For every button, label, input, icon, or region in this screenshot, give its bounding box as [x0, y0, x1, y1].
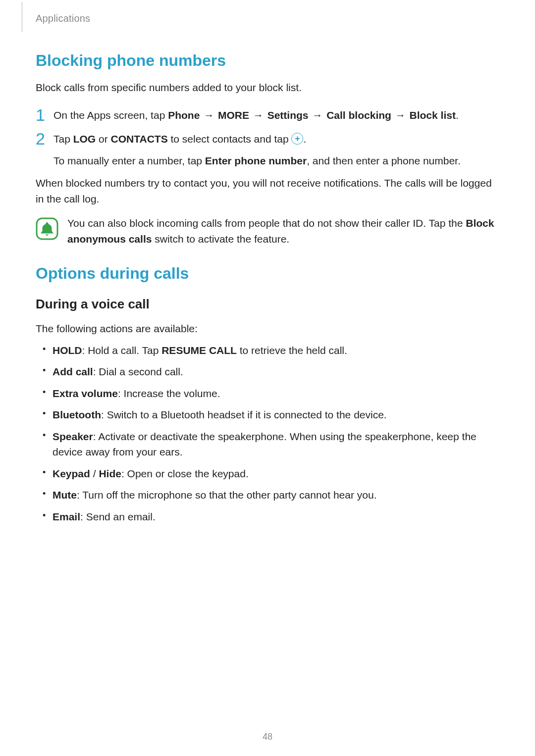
t: : Turn off the microphone so that the ot… [77, 489, 376, 501]
b: MORE [218, 109, 249, 121]
arrow-icon: → [200, 109, 218, 121]
b: HOLD [53, 345, 82, 356]
section-heading-options: Options during calls [36, 264, 499, 283]
breadcrumb: Applications [36, 12, 499, 24]
b: Keypad [53, 468, 90, 479]
step-2: 2 Tap LOG or CONTACTS to select contacts… [36, 131, 499, 148]
options-list: HOLD: Hold a call. Tap RESUME CALL to re… [36, 343, 499, 525]
step-2-text: Tap LOG or CONTACTS to select contacts a… [54, 131, 306, 147]
t: : Open or close the keypad. [121, 468, 249, 479]
list-item: Mute: Turn off the microphone so that th… [36, 487, 499, 503]
t: . [303, 133, 306, 145]
list-item: Email: Send an email. [36, 509, 499, 525]
list-item: Extra volume: Increase the volume. [36, 386, 499, 402]
t: : Send an email. [80, 511, 156, 522]
list-item: Keypad / Hide: Open or close the keypad. [36, 466, 499, 482]
b: Speaker [53, 431, 93, 442]
step-1-text: On the Apps screen, tap Phone → MORE → S… [54, 107, 459, 123]
list-item: HOLD: Hold a call. Tap RESUME CALL to re… [36, 343, 499, 358]
list-item: Speaker: Activate or deactivate the spea… [36, 429, 499, 460]
document-page: Applications Blocking phone numbers Bloc… [0, 0, 535, 524]
t: to select contacts and tap [168, 133, 292, 145]
section-heading-blocking: Blocking phone numbers [36, 51, 499, 70]
list-item: Bluetooth: Switch to a Bluetooth headset… [36, 407, 499, 423]
header-rule [22, 2, 22, 32]
b: Call blocking [326, 109, 391, 121]
t: : Hold a call. Tap [82, 345, 162, 356]
step-number-1: 1 [36, 106, 54, 123]
page-number: 48 [0, 732, 535, 742]
t: On the Apps screen, tap [54, 109, 168, 121]
t: : Switch to a Bluetooth headset if it is… [101, 409, 387, 420]
subhead-voice-call: During a voice call [36, 297, 499, 312]
b: Bluetooth [53, 409, 101, 420]
b: LOG [73, 133, 96, 145]
section1-after: When blocked numbers try to contact you,… [36, 175, 499, 206]
t: / [90, 468, 99, 479]
t: or [96, 133, 110, 145]
t: : Activate or deactivate the speakerphon… [53, 431, 477, 458]
section2-intro: The following actions are available: [36, 321, 499, 337]
plus-icon: + [291, 133, 303, 145]
b: Email [53, 511, 80, 522]
b: CONTACTS [111, 133, 168, 145]
t: To manually enter a number, tap [54, 155, 205, 166]
b: Block list [410, 109, 456, 121]
t: , and then enter a phone number. [307, 155, 461, 166]
t: Tap [54, 133, 73, 145]
info-note: You can also block incoming calls from p… [36, 215, 499, 247]
list-item: Add call: Dial a second call. [36, 364, 499, 380]
b: Enter phone number [205, 155, 307, 166]
b: Add call [53, 366, 93, 377]
arrow-icon: → [309, 109, 327, 121]
arrow-icon: → [391, 109, 410, 121]
b: Hide [99, 468, 121, 479]
t: You can also block incoming calls from p… [67, 217, 466, 229]
section1-intro: Block calls from specific numbers added … [36, 80, 499, 96]
note-text: You can also block incoming calls from p… [67, 215, 499, 247]
b: Mute [53, 489, 77, 501]
t: switch to activate the feature. [152, 233, 289, 245]
step-2-sub: To manually enter a number, tap Enter ph… [54, 153, 499, 169]
b: Settings [268, 109, 309, 121]
arrow-icon: → [249, 109, 268, 121]
page-header: Applications [36, 12, 499, 30]
t: : Dial a second call. [93, 366, 183, 377]
t: . [456, 109, 459, 121]
note-bell-icon [36, 217, 58, 240]
b: Phone [168, 109, 200, 121]
t: : Increase the volume. [118, 388, 220, 399]
t: to retrieve the held call. [237, 345, 347, 356]
step-number-2: 2 [36, 130, 54, 147]
b: Extra volume [53, 388, 118, 399]
step-1: 1 On the Apps screen, tap Phone → MORE →… [36, 107, 499, 124]
b: RESUME CALL [161, 345, 237, 356]
